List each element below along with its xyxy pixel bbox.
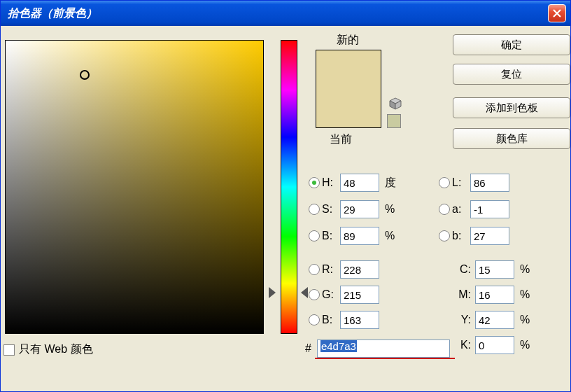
b-lab-label: b: bbox=[452, 230, 470, 242]
a-row: a: bbox=[439, 200, 509, 219]
h-row: H: 度 bbox=[309, 173, 396, 192]
hue-handle-left-icon[interactable] bbox=[269, 287, 276, 298]
k-input[interactable] bbox=[475, 336, 514, 354]
b-hsb-radio[interactable] bbox=[309, 230, 320, 241]
pct-m: % bbox=[520, 288, 530, 301]
color-preview bbox=[316, 50, 381, 128]
web-colors-label: 只有 Web 颜色 bbox=[19, 342, 93, 357]
hue-slider[interactable] bbox=[281, 40, 297, 334]
k-label: K: bbox=[454, 339, 471, 351]
reset-button[interactable]: 复位 bbox=[453, 64, 570, 85]
ok-button[interactable]: 确定 bbox=[453, 34, 570, 55]
L-input[interactable] bbox=[470, 174, 509, 192]
k-row: K: % bbox=[454, 335, 530, 355]
nearest-websafe-swatch[interactable] bbox=[387, 114, 401, 128]
deg-unit: 度 bbox=[385, 176, 396, 190]
titlebar[interactable]: 拾色器（前景色） bbox=[1, 1, 570, 26]
close-icon[interactable] bbox=[548, 4, 566, 22]
pct-unit: % bbox=[385, 203, 395, 216]
hex-input[interactable]: e4d7a3 bbox=[317, 340, 450, 358]
L-row: L: bbox=[439, 173, 509, 192]
new-color-swatch[interactable] bbox=[316, 50, 381, 89]
web-colors-checkbox[interactable] bbox=[3, 344, 15, 356]
m-input[interactable] bbox=[475, 286, 514, 304]
r-label: R: bbox=[322, 263, 340, 276]
hue-handle-right-icon[interactable] bbox=[301, 287, 308, 298]
current-color-label: 当前 bbox=[330, 132, 352, 147]
hex-value: e4d7a3 bbox=[320, 340, 357, 352]
color-field[interactable] bbox=[5, 40, 264, 334]
s-input[interactable] bbox=[340, 200, 379, 218]
hex-label: # bbox=[305, 342, 311, 355]
b-lab-radio[interactable] bbox=[439, 230, 450, 241]
new-color-label: 新的 bbox=[337, 33, 359, 48]
b-rgb-radio[interactable] bbox=[309, 314, 320, 326]
m-label: M: bbox=[454, 288, 471, 301]
h-label: H: bbox=[322, 176, 340, 189]
pct-k: % bbox=[520, 339, 530, 351]
r-row: R: bbox=[309, 260, 379, 279]
color-libraries-button[interactable]: 颜色库 bbox=[453, 128, 570, 149]
hex-row: # e4d7a3 bbox=[305, 340, 450, 358]
r-radio[interactable] bbox=[309, 264, 320, 275]
g-label: G: bbox=[322, 288, 340, 301]
h-input[interactable] bbox=[340, 174, 379, 192]
g-radio[interactable] bbox=[309, 289, 320, 300]
r-input[interactable] bbox=[340, 260, 379, 279]
y-label: Y: bbox=[454, 314, 471, 326]
c-label: C: bbox=[454, 263, 471, 276]
b-rgb-input[interactable] bbox=[340, 311, 379, 329]
y-input[interactable] bbox=[475, 311, 514, 329]
s-radio[interactable] bbox=[309, 204, 320, 215]
current-color-swatch[interactable] bbox=[316, 89, 381, 127]
color-picker-cursor-icon[interactable] bbox=[80, 70, 90, 80]
c-row: C: % bbox=[454, 260, 530, 279]
color-picker-dialog: 拾色器（前景色） 确定 复位 添加到色板 颜色库 新的 当前 H: bbox=[0, 0, 571, 392]
web-colors-only-row: 只有 Web 颜色 bbox=[3, 342, 93, 357]
content-area: 确定 复位 添加到色板 颜色库 新的 当前 H: 度 S: bbox=[1, 26, 570, 392]
b-rgb-label: B: bbox=[322, 314, 340, 326]
L-radio[interactable] bbox=[439, 177, 450, 188]
b-hsb-row: B: % bbox=[309, 226, 395, 246]
g-row: G: bbox=[309, 285, 379, 304]
gamut-warning-cube-icon[interactable] bbox=[389, 97, 402, 110]
a-label: a: bbox=[452, 203, 470, 216]
s-label: S: bbox=[322, 203, 340, 216]
window-title: 拾色器（前景色） bbox=[8, 6, 97, 21]
annotation-underline-icon bbox=[315, 358, 455, 359]
y-row: Y: % bbox=[454, 310, 530, 330]
s-row: S: % bbox=[309, 200, 395, 219]
b-lab-input[interactable] bbox=[470, 227, 509, 245]
b-lab-row: b: bbox=[439, 226, 509, 246]
h-radio[interactable] bbox=[309, 177, 320, 188]
g-input[interactable] bbox=[340, 286, 379, 304]
m-row: M: % bbox=[454, 285, 530, 304]
b-hsb-input[interactable] bbox=[340, 227, 379, 245]
L-label: L: bbox=[452, 176, 470, 189]
pct-c: % bbox=[520, 263, 530, 276]
b-rgb-row: B: bbox=[309, 310, 379, 330]
a-radio[interactable] bbox=[439, 204, 450, 215]
b-hsb-label: B: bbox=[322, 230, 340, 242]
pct-y: % bbox=[520, 314, 530, 326]
c-input[interactable] bbox=[475, 260, 514, 279]
a-input[interactable] bbox=[470, 200, 509, 218]
add-to-swatches-button[interactable]: 添加到色板 bbox=[453, 97, 570, 118]
pct-unit2: % bbox=[385, 230, 395, 242]
